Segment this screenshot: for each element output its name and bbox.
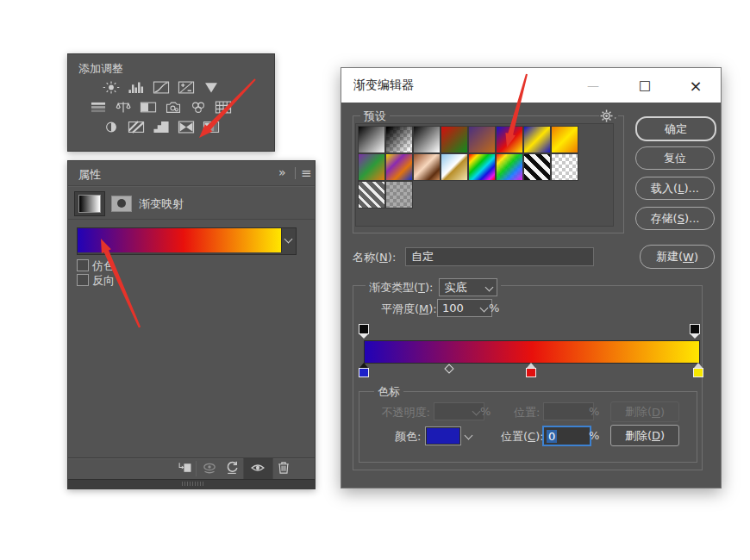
color-stop[interactable] [526,363,536,377]
curves-icon[interactable] [153,81,170,94]
preset-spectrum[interactable] [469,154,495,180]
preset-dark-transparent[interactable] [386,182,412,208]
adjustments-row-3 [68,121,253,134]
trash-icon[interactable] [275,461,292,475]
preset-transparent-rainbow[interactable] [497,154,522,180]
load-label-post: )... [684,182,698,195]
preset-red-green[interactable] [441,127,467,152]
stop-color-swatch[interactable] [425,426,461,445]
save-mnemonic: S [678,212,684,225]
properties-gradient-strip[interactable] [78,228,282,252]
reset-button[interactable]: 复位 [635,146,715,170]
hue-saturation-icon[interactable] [90,101,107,114]
opacity-stop[interactable] [359,324,369,338]
preset-blue-red-yellow[interactable] [497,127,522,152]
gradient-type-value: 实底 [444,280,466,296]
save-label-post: )... [684,212,699,225]
gradient-type-select[interactable]: 实底 [439,278,497,296]
dialog-gradient-bar[interactable] [364,340,700,364]
selective-color-icon[interactable] [178,121,195,134]
gear-icon[interactable] [599,109,618,122]
gradient-picker[interactable] [77,227,297,255]
panel-menu-icon[interactable]: ≡ [301,165,312,181]
preset-gradient-fill [469,127,495,152]
minimize-button[interactable]: — [574,68,612,103]
reverse-checkbox[interactable] [77,274,89,286]
black-white-icon[interactable] [140,101,157,114]
smoothness-value: 100 [442,302,464,314]
color-stop[interactable] [359,363,369,377]
position-input[interactable]: 0 [542,426,591,446]
brightness-contrast-icon[interactable] [103,81,120,94]
color-balance-icon[interactable] [115,101,132,114]
new-button[interactable]: 新建(W) [640,245,715,269]
clip-to-layer-icon[interactable] [176,461,193,475]
preset-chrome[interactable] [441,154,467,180]
smoothness-unit: % [489,302,499,314]
maximize-button[interactable]: □ [626,68,664,103]
dither-checkbox[interactable] [77,259,89,271]
eye-icon[interactable] [249,461,266,475]
close-button[interactable]: × [677,68,715,103]
view-previous-state-icon[interactable] [201,461,218,475]
preset-copper[interactable] [414,154,440,180]
color-label: 颜色: [395,429,421,445]
gradient-map-icon[interactable] [203,121,220,134]
invert-icon[interactable] [103,121,120,134]
preset-blue-yellow-blue[interactable] [524,127,550,152]
preset-violet-green-orange[interactable] [359,154,384,180]
delete-color-button[interactable]: 删除(D) [610,425,679,446]
preset-violet-orange[interactable] [469,127,495,152]
exposure-icon[interactable] [178,81,195,94]
posterize-icon[interactable] [153,121,170,134]
adjustments-panel: 添加调整 [67,53,275,152]
preset-orange-yellow-orange[interactable] [552,127,578,152]
opacity-unit: % [480,405,491,418]
preset-gradient-fill [524,154,550,180]
save-button[interactable]: 存储(S)... [635,207,715,230]
threshold-icon[interactable] [128,121,145,134]
photo-filter-icon[interactable] [165,101,182,114]
smoothness-select[interactable]: 100 [437,299,492,317]
name-input[interactable]: 自定 [405,247,594,266]
levels-icon[interactable] [128,81,145,94]
tab-properties[interactable]: 属性 [78,167,101,183]
preset-gradient-fill [414,154,440,180]
position-label: 位置(C): [501,429,544,445]
adjustments-row-1 [68,81,253,94]
collapse-panel-icon[interactable]: » [278,165,284,179]
color-stop[interactable] [693,363,703,377]
chevron-down-icon [480,304,489,313]
properties-panel: 属性 » ≡ 渐变映射 仿色 反向 [67,160,316,489]
channel-mixer-icon[interactable] [190,101,207,114]
reverse-label: 反向 [92,273,115,289]
preset-black-white[interactable] [359,127,384,152]
dialog-title-bar[interactable]: 渐变编辑器 — □ × [341,68,721,103]
preset-foreground-background[interactable] [414,127,440,152]
gradient-editor-dialog: 渐变编辑器 — □ × 预设 确定 复位 载入(L)... 存储(S)... 名… [341,67,722,488]
position-unit: % [589,429,599,442]
ok-button[interactable]: 确定 [635,116,716,141]
preset-transparent[interactable] [552,154,578,180]
preset-black-transparent[interactable] [386,127,412,152]
position-label-disabled: 位置: [514,405,540,420]
adjustment-name: 渐变映射 [139,196,184,212]
header-separator [295,167,296,179]
opacity-select-disabled [434,402,484,420]
layer-mask-icon[interactable] [111,196,132,212]
resize-grip[interactable] [182,482,204,486]
load-button[interactable]: 载入(L)... [635,177,715,200]
preset-gray-noise[interactable] [359,182,384,208]
footer-separator [196,461,197,476]
preset-gradient-fill [386,127,412,152]
vibrance-icon[interactable] [203,81,220,94]
gradient-map-thumbnail[interactable] [74,191,105,216]
preset-noise-stripes[interactable] [524,154,550,180]
reset-icon[interactable] [223,461,241,475]
divider [68,185,315,186]
dither-label: 仿色 [92,258,115,274]
opacity-stop[interactable] [690,324,700,338]
chevron-down-icon [472,408,481,416]
preset-yellow-violet-orange-blue[interactable] [386,154,412,180]
color-lookup-icon[interactable] [215,101,232,114]
